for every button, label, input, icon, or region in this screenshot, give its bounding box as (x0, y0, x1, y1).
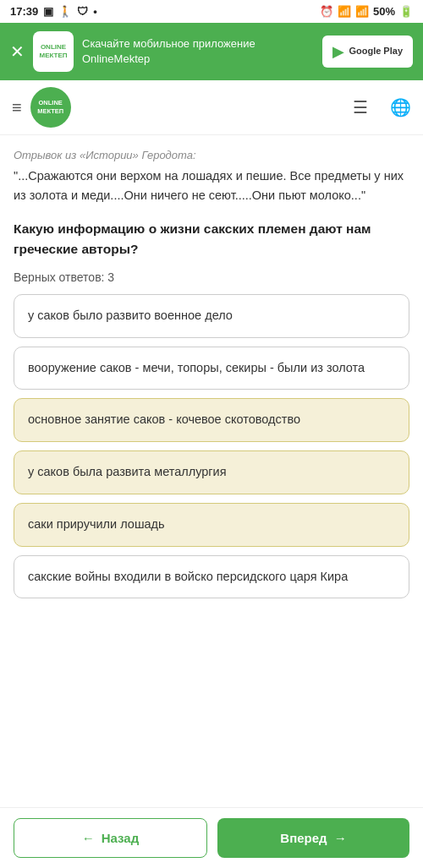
battery-display: 50% (373, 5, 395, 18)
answer-option-6[interactable]: сакские войны входили в войско персидско… (14, 555, 409, 599)
globe-icon[interactable]: 🌐 (390, 97, 411, 117)
time-display: 17:39 (10, 5, 38, 18)
list-icon[interactable]: ☰ (353, 97, 368, 117)
forward-label: Вперед (280, 831, 327, 845)
status-icons: ⏰ 📶 📶 50% 🔋 (320, 5, 413, 18)
menu-icon[interactable]: ≡ (12, 98, 22, 117)
wifi-icon: 📶 (338, 5, 351, 18)
answer-option-4[interactable]: у саков была развита металлургия (14, 450, 409, 494)
nav-logo[interactable]: ONLINEМЕКТЕП (30, 87, 71, 128)
signal-icon: 📶 (355, 5, 369, 18)
main-content: Отрывок из «Истории» Геродота: "...Сража… (0, 135, 423, 691)
status-time: 17:39 ▣ 🚶 🛡 • (10, 5, 97, 18)
app-banner: ✕ ONLINEМЕКТЕП Скачайте мобильное прилож… (0, 23, 423, 80)
back-arrow-icon: ← (82, 831, 95, 845)
top-nav: ≡ ONLINEМЕКТЕП ☰ 🌐 (0, 80, 423, 135)
back-button[interactable]: ← Назад (14, 818, 207, 858)
back-label: Назад (102, 831, 139, 845)
person-icon: 🚶 (58, 5, 72, 18)
alarm-icon: ⏰ (320, 5, 333, 18)
banner-description: Скачайте мобильное приложение OnlineMekt… (82, 36, 314, 67)
dot-indicator: • (93, 5, 97, 18)
answers-container: у саков было развито военное деловооруже… (14, 294, 409, 599)
banner-close-button[interactable]: ✕ (10, 43, 25, 60)
status-bar: 17:39 ▣ 🚶 🛡 • ⏰ 📶 📶 50% 🔋 (0, 0, 423, 23)
play-triangle-icon: ▶ (332, 42, 344, 61)
quote-text: "...Сражаются они верхом на лошадях и пе… (14, 167, 409, 205)
answer-option-3[interactable]: основное занятие саков - кочевое скотово… (14, 398, 409, 442)
question-text: Какую информацию о жизни сакских племен … (14, 219, 409, 259)
google-play-button[interactable]: ▶ Google Play (322, 35, 413, 68)
answer-option-1[interactable]: у саков было развито военное дело (14, 294, 409, 338)
google-play-label: Google Play (349, 46, 403, 57)
forward-button[interactable]: Вперед → (217, 818, 409, 858)
shield-icon: 🛡 (77, 5, 88, 18)
bottom-nav: ← Назад Вперед → (0, 807, 423, 868)
answer-option-5[interactable]: саки приручили лошадь (14, 503, 409, 547)
answers-count-label: Верных ответов: 3 (14, 270, 409, 284)
answer-option-2[interactable]: вооружение саков - мечи, топоры, секиры … (14, 347, 409, 390)
excerpt-label: Отрывок из «Истории» Геродота: (14, 149, 409, 161)
forward-arrow-icon: → (334, 831, 347, 845)
nav-logo-text: ONLINEМЕКТЕП (37, 99, 63, 116)
banner-logo-text: ONLINEМЕКТЕП (39, 43, 67, 59)
banner-logo: ONLINEМЕКТЕП (33, 31, 74, 72)
sim-icon: ▣ (43, 5, 53, 18)
battery-icon: 🔋 (399, 5, 413, 18)
